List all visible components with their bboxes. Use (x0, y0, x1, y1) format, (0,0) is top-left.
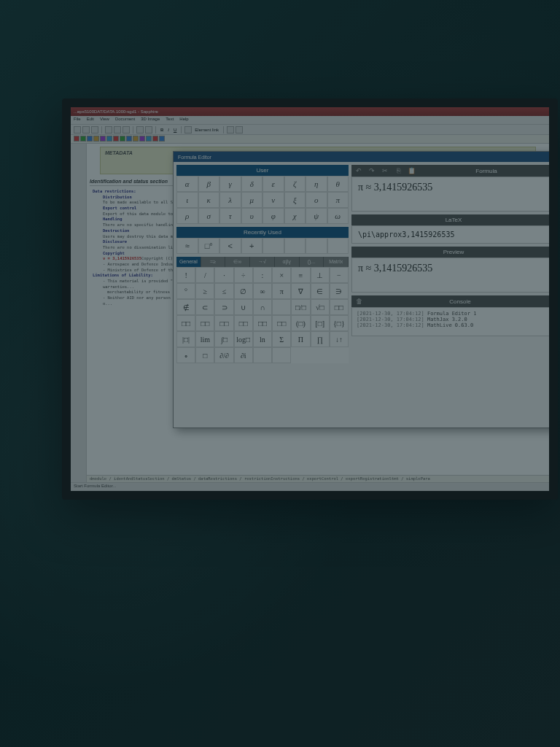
recent-symbol-button[interactable]: ≈ (176, 238, 198, 254)
operator-button[interactable]: □□ (253, 315, 272, 331)
greek-symbol-button[interactable]: κ (198, 192, 220, 208)
color-swatch[interactable] (93, 136, 99, 142)
undo-icon[interactable] (136, 126, 144, 133)
color-swatch[interactable] (159, 136, 165, 142)
recent-symbol-button[interactable] (284, 238, 306, 254)
color-swatch[interactable] (87, 136, 93, 142)
recent-symbol-button[interactable] (306, 238, 327, 254)
greek-symbol-button[interactable]: α (176, 176, 198, 192)
operator-button[interactable]: ÷ (234, 267, 253, 283)
operator-button[interactable]: [□] (311, 315, 330, 331)
menu-3dimage[interactable]: 3D Image (141, 117, 160, 123)
cut-icon[interactable]: ✂ (381, 166, 389, 175)
bold-button[interactable]: B (159, 128, 165, 132)
operator-button[interactable]: ∫□ (214, 331, 233, 347)
copy-icon[interactable]: ⎘ (394, 166, 402, 175)
operator-button[interactable]: log□ (234, 331, 253, 347)
greek-symbol-button[interactable]: χ (284, 208, 306, 224)
operator-button[interactable]: ∇ (291, 283, 310, 299)
menu-view[interactable]: View (100, 117, 109, 123)
color-swatch[interactable] (152, 136, 158, 142)
operator-button[interactable]: ln (253, 331, 272, 347)
color-swatch[interactable] (133, 136, 139, 142)
color-swatch[interactable] (106, 136, 112, 142)
formula-input[interactable]: π ≈ 3,1415926535 (351, 177, 556, 212)
operator-button[interactable]: : (253, 267, 272, 283)
color-swatch[interactable] (100, 136, 106, 142)
greek-symbol-button[interactable]: ω (327, 208, 349, 224)
operator-button[interactable]: / (195, 267, 214, 283)
operator-button[interactable]: ↓↑ (330, 331, 349, 347)
operator-button[interactable]: ⊥ (311, 267, 330, 283)
cut-icon[interactable] (105, 126, 112, 133)
greek-symbol-button[interactable]: π (327, 192, 349, 208)
greek-symbol-button[interactable]: δ (241, 176, 263, 192)
greek-symbol-button[interactable]: θ (327, 176, 349, 192)
operator-button[interactable] (272, 347, 291, 363)
recent-symbol-button[interactable]: < (219, 238, 241, 254)
undo-icon[interactable]: ↶ (354, 166, 363, 175)
greek-symbol-button[interactable]: τ (219, 208, 241, 224)
operator-button[interactable]: ∈ (311, 283, 330, 299)
greek-symbol-button[interactable]: υ (241, 208, 263, 224)
color-swatch[interactable] (113, 136, 119, 142)
operator-button[interactable]: ∂i (234, 347, 253, 363)
category-tab[interactable]: Matrix (324, 257, 349, 267)
operator-button[interactable]: ∪ (234, 299, 253, 315)
operator-button[interactable]: ∉ (176, 299, 195, 315)
greek-symbol-button[interactable]: ρ (176, 208, 198, 224)
operator-button[interactable]: □□ (272, 315, 291, 331)
greek-symbol-button[interactable]: μ (241, 192, 263, 208)
color-swatch[interactable] (146, 136, 152, 142)
operator-button[interactable]: ° (176, 283, 195, 299)
operator-button[interactable]: lim (195, 331, 214, 347)
operator-button[interactable]: □□ (176, 315, 195, 331)
operator-button[interactable]: ≡ (291, 267, 310, 283)
greek-symbol-button[interactable]: η (306, 176, 327, 192)
redo-icon[interactable]: ↷ (368, 166, 376, 175)
color-swatch[interactable] (80, 136, 86, 142)
operator-button[interactable]: · (214, 267, 233, 283)
trash-icon[interactable]: 🗑 (354, 297, 363, 306)
greek-symbol-button[interactable]: ψ (306, 208, 327, 224)
underline-button[interactable]: U (172, 128, 178, 132)
greek-symbol-button[interactable]: ι (176, 192, 198, 208)
greek-symbol-button[interactable]: ζ (284, 176, 306, 192)
greek-symbol-button[interactable]: φ (262, 208, 284, 224)
paste-icon[interactable]: 📋 (407, 166, 416, 175)
recent-symbol-button[interactable]: □° (198, 238, 220, 254)
color-swatch[interactable] (120, 136, 125, 142)
category-tab[interactable]: →√ (250, 257, 275, 267)
operator-button[interactable]: − (330, 267, 349, 283)
operator-button[interactable]: ≤ (214, 283, 233, 299)
redo-icon[interactable] (145, 126, 152, 133)
greek-symbol-button[interactable]: σ (198, 208, 220, 224)
operator-button[interactable]: ⊃ (214, 299, 233, 315)
new-icon[interactable] (74, 126, 81, 133)
operator-button[interactable]: ! (176, 267, 195, 283)
greek-symbol-button[interactable]: ξ (284, 192, 306, 208)
latex-output[interactable]: \pi\approx3,1415926535 (351, 225, 556, 244)
operator-button[interactable]: □ (195, 347, 214, 363)
operator-button[interactable]: ≥ (195, 283, 214, 299)
tool2-icon[interactable] (236, 126, 243, 133)
operator-button[interactable]: ∋ (330, 283, 349, 299)
operator-button[interactable] (253, 347, 272, 363)
formula-editor-titlebar[interactable]: Formula Editor (174, 152, 558, 162)
category-tab[interactable]: αβγ (275, 257, 300, 267)
operator-button[interactable]: {□} (330, 315, 349, 331)
menu-file[interactable]: File (74, 117, 81, 123)
save-icon[interactable] (91, 126, 98, 133)
operator-button[interactable]: □□ (214, 315, 233, 331)
operator-button[interactable]: √□ (311, 299, 330, 315)
operator-button[interactable]: Σ (272, 331, 291, 347)
copy-icon[interactable] (114, 126, 121, 133)
category-tab[interactable]: General (176, 257, 201, 267)
category-tab[interactable]: =≥ (201, 257, 226, 267)
color-swatch[interactable] (74, 136, 79, 142)
operator-button[interactable]: ∩ (253, 299, 272, 315)
operator-button[interactable]: × (272, 267, 291, 283)
open-icon[interactable] (82, 126, 90, 133)
greek-symbol-button[interactable]: γ (219, 176, 241, 192)
operator-button[interactable]: □□ (195, 315, 214, 331)
